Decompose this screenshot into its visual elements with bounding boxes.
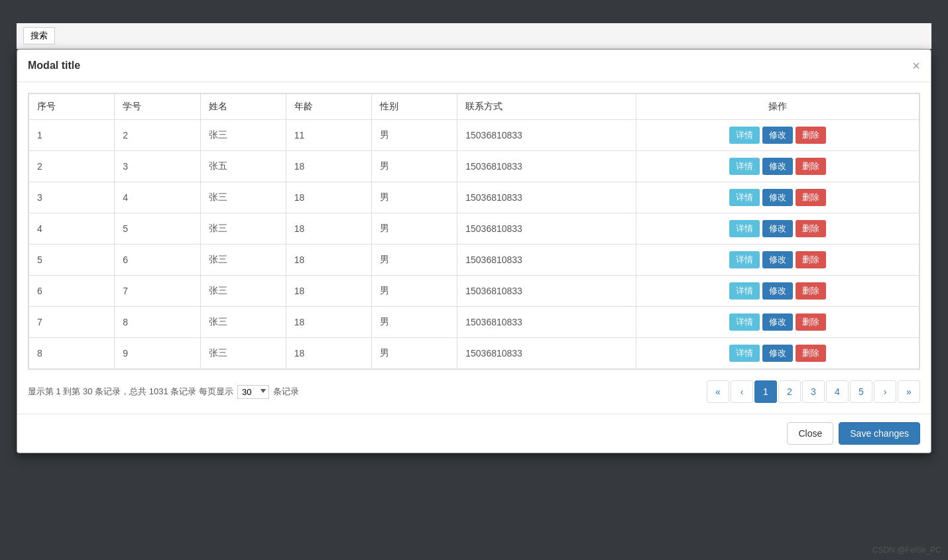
actions-cell: 详情修改删除 (636, 213, 919, 245)
detail-button[interactable]: 详情 (729, 220, 760, 237)
modal-body: 序号 学号 姓名 年龄 性别 联系方式 操作 12张三11男1503681083… (17, 82, 931, 414)
edit-button[interactable]: 修改 (762, 251, 793, 268)
cell-id: 4 (115, 182, 200, 213)
modal-wrapper: 搜索 Modal title × 序号 学号 姓名 年龄 (17, 23, 931, 453)
per-page-select[interactable]: 30 50 100 (237, 385, 269, 399)
detail-button[interactable]: 详情 (729, 189, 760, 206)
table-header: 序号 学号 姓名 年龄 性别 联系方式 操作 (29, 94, 919, 120)
detail-button[interactable]: 详情 (729, 313, 760, 331)
cell-seq: 5 (29, 245, 115, 276)
top-bar: 搜索 (17, 23, 931, 49)
actions-cell: 详情修改删除 (636, 182, 919, 213)
cell-seq: 2 (29, 151, 115, 182)
modal-dialog: Modal title × 序号 学号 姓名 年龄 性别 (17, 49, 931, 453)
actions-cell: 详情修改删除 (636, 120, 919, 151)
page-first-button[interactable]: « (707, 380, 729, 403)
page-3-button[interactable]: 3 (802, 380, 825, 403)
data-table: 序号 学号 姓名 年龄 性别 联系方式 操作 12张三11男1503681083… (29, 93, 919, 369)
table-row: 23张五18男15036810833详情修改删除 (29, 151, 919, 182)
cell-contact: 15036810833 (457, 245, 636, 276)
edit-button[interactable]: 修改 (762, 127, 793, 144)
col-header-seq: 序号 (29, 94, 115, 120)
cell-id: 6 (115, 245, 200, 276)
modal-footer: Close Save changes (17, 414, 931, 453)
col-header-id: 学号 (115, 94, 200, 120)
table-scroll-area[interactable]: 序号 学号 姓名 年龄 性别 联系方式 操作 12张三11男1503681083… (29, 93, 919, 369)
cell-contact: 15036810833 (457, 276, 636, 307)
col-header-gender: 性别 (372, 94, 457, 120)
page-4-button[interactable]: 4 (826, 380, 849, 403)
cell-age: 18 (286, 338, 371, 369)
pagination-area: 显示第 1 到第 30 条记录，总共 1031 条记录 每页显示 30 50 1… (28, 380, 920, 403)
cell-seq: 8 (29, 338, 115, 369)
delete-button[interactable]: 删除 (796, 127, 826, 144)
cell-gender: 男 (372, 276, 457, 307)
cell-contact: 15036810833 (457, 120, 636, 151)
delete-button[interactable]: 删除 (796, 220, 826, 237)
edit-button[interactable]: 修改 (762, 313, 793, 331)
actions-cell: 详情修改删除 (636, 338, 919, 369)
actions-cell: 详情修改删除 (636, 245, 919, 276)
actions-cell: 详情修改删除 (636, 307, 919, 338)
delete-button[interactable]: 删除 (796, 313, 826, 331)
col-header-name: 姓名 (200, 94, 286, 120)
delete-button[interactable]: 删除 (796, 345, 826, 362)
cell-name: 张五 (200, 151, 286, 182)
table-row: 89张三18男15036810833详情修改删除 (29, 338, 919, 369)
cell-gender: 男 (372, 120, 457, 151)
table-row: 34张三18男15036810833详情修改删除 (29, 182, 919, 213)
table-row: 78张三18男15036810833详情修改删除 (29, 307, 919, 338)
page-5-button[interactable]: 5 (850, 380, 872, 403)
delete-button[interactable]: 删除 (796, 282, 826, 300)
edit-button[interactable]: 修改 (762, 189, 793, 206)
detail-button[interactable]: 详情 (729, 127, 760, 144)
cell-seq: 4 (29, 213, 115, 245)
detail-button[interactable]: 详情 (729, 251, 760, 268)
pagination-controls: « ‹ 1 2 3 4 5 › » (707, 380, 920, 403)
page-1-button[interactable]: 1 (754, 380, 777, 403)
save-changes-button[interactable]: Save changes (839, 422, 920, 445)
edit-button[interactable]: 修改 (762, 282, 793, 300)
cell-gender: 男 (372, 213, 457, 245)
cell-id: 7 (115, 276, 200, 307)
cell-seq: 3 (29, 182, 115, 213)
cell-name: 张三 (200, 120, 286, 151)
close-button[interactable]: Close (787, 422, 833, 445)
modal-header: Modal title × (17, 50, 931, 82)
cell-gender: 男 (372, 245, 457, 276)
cell-contact: 15036810833 (457, 213, 636, 245)
modal-close-button[interactable]: × (912, 59, 920, 72)
cell-age: 18 (286, 213, 371, 245)
cell-contact: 15036810833 (457, 182, 636, 213)
search-button[interactable]: 搜索 (23, 27, 55, 44)
delete-button[interactable]: 删除 (796, 251, 826, 268)
table-body: 12张三11男15036810833详情修改删除23张五18男150368108… (29, 120, 919, 369)
cell-name: 张三 (200, 276, 286, 307)
edit-button[interactable]: 修改 (762, 158, 793, 175)
detail-button[interactable]: 详情 (729, 158, 760, 175)
cell-gender: 男 (372, 338, 457, 369)
detail-button[interactable]: 详情 (729, 345, 760, 362)
pagination-info: 显示第 1 到第 30 条记录，总共 1031 条记录 每页显示 30 50 1… (28, 385, 299, 399)
detail-button[interactable]: 详情 (729, 282, 760, 300)
page-last-button[interactable]: » (898, 380, 920, 403)
table-row: 56张三18男15036810833详情修改删除 (29, 245, 919, 276)
edit-button[interactable]: 修改 (762, 345, 793, 362)
page-prev-button[interactable]: ‹ (731, 380, 753, 403)
pagination-info-text: 显示第 1 到第 30 条记录，总共 1031 条记录 每页显示 (28, 386, 233, 398)
cell-seq: 7 (29, 307, 115, 338)
cell-age: 18 (286, 245, 371, 276)
cell-contact: 15036810833 (457, 151, 636, 182)
cell-gender: 男 (372, 182, 457, 213)
cell-age: 18 (286, 276, 371, 307)
page-next-button[interactable]: › (874, 380, 896, 403)
cell-name: 张三 (200, 182, 286, 213)
delete-button[interactable]: 删除 (796, 189, 826, 206)
edit-button[interactable]: 修改 (762, 220, 793, 237)
page-2-button[interactable]: 2 (778, 380, 801, 403)
actions-cell: 详情修改删除 (636, 276, 919, 307)
delete-button[interactable]: 删除 (796, 158, 826, 175)
cell-id: 8 (115, 307, 200, 338)
cell-id: 5 (115, 213, 200, 245)
cell-gender: 男 (372, 151, 457, 182)
